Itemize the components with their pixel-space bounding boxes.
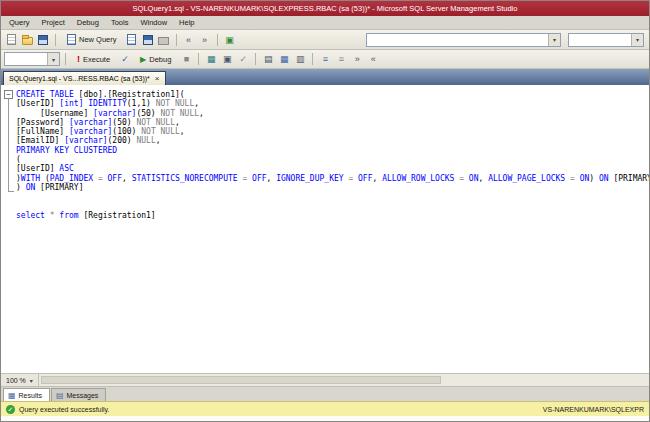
code-line: select * from [Registration1]: [16, 211, 649, 220]
results-to-file-icon[interactable]: ▥: [293, 52, 307, 66]
outlining-margin: −: [1, 85, 16, 373]
undo-icon[interactable]: «: [182, 33, 196, 47]
messages-icon: ▤: [56, 391, 64, 400]
horizontal-scrollbar[interactable]: [39, 374, 649, 386]
floppy-glyph: [143, 35, 153, 45]
document-glyph: [7, 34, 16, 45]
results-tab-strip: ▦ Results ▤ Messages: [1, 386, 649, 401]
intellisense-icon[interactable]: ✓: [236, 52, 250, 66]
menu-window[interactable]: Window: [134, 16, 173, 29]
show-plan-icon[interactable]: ▦: [204, 52, 218, 66]
open-file-icon[interactable]: [20, 33, 34, 47]
results-grid-icon: ▦: [8, 391, 16, 400]
editor-bottom-bar: 100 % ▾: [1, 373, 649, 386]
outline-guide-line: [8, 99, 9, 192]
ssms-window: SQLQuery1.sql - VS-NARENKUMARK\SQLEXPRES…: [0, 0, 650, 422]
activity-monitor-icon[interactable]: ▣: [223, 33, 237, 47]
floppy-glyph: [38, 35, 48, 45]
tab-sqlquery1[interactable]: SQLQuery1.sql - VS...RESS.RBAC (sa (53))…: [3, 71, 166, 85]
execute-bang-icon: !: [77, 54, 80, 64]
toolbar-separator: [55, 34, 56, 46]
scrollbar-thumb[interactable]: [41, 376, 441, 384]
database-combo[interactable]: ▾: [4, 52, 60, 66]
new-query-label: New Query: [79, 35, 117, 44]
indent-icon[interactable]: »: [350, 52, 364, 66]
document-tab-strip: SQLQuery1.sql - VS...RESS.RBAC (sa (53))…: [1, 69, 649, 85]
success-check-icon: ✓: [6, 405, 15, 414]
printer-glyph: [158, 37, 169, 45]
code-line: [UserID] ASC: [16, 164, 649, 173]
toolbar-separator: [176, 34, 177, 46]
debug-label: Debug: [149, 55, 171, 64]
parse-check-icon[interactable]: ✓: [118, 52, 132, 66]
status-server: VS-NARENKUMARK\SQLEXPR: [543, 406, 644, 413]
toolbar-separator: [198, 53, 199, 65]
chevron-down-icon[interactable]: ▾: [631, 34, 643, 46]
title-bar[interactable]: SQLQuery1.sql - VS-NARENKUMARK\SQLEXPRES…: [1, 1, 649, 16]
save-icon[interactable]: [36, 33, 50, 47]
menu-tools[interactable]: Tools: [105, 16, 135, 29]
chevron-down-icon[interactable]: ▾: [548, 34, 560, 46]
code-line: [FullName] [varchar](100) NOT NULL,: [16, 127, 649, 136]
menu-query[interactable]: Query: [3, 16, 35, 29]
chevron-down-icon: ▾: [30, 377, 33, 384]
code-editor[interactable]: − CREATE TABLE [dbo].[Registration1]([Us…: [1, 85, 649, 373]
new-file-icon[interactable]: [4, 33, 18, 47]
code-line: [16, 192, 649, 201]
results-tab-label: Results: [19, 392, 42, 399]
document-glyph: [127, 34, 136, 45]
query-options-icon[interactable]: ▣: [220, 52, 234, 66]
outdent-icon[interactable]: «: [366, 52, 380, 66]
menu-bar: Query Project Debug Tools Window Help: [1, 16, 649, 30]
code-line: [Password] [varchar](50) NOT NULL,: [16, 118, 649, 127]
zoom-control[interactable]: 100 % ▾: [1, 374, 39, 386]
toolbar-separator: [255, 53, 256, 65]
code-line: )WITH (PAD_INDEX = OFF, STATISTICS_NOREC…: [16, 174, 649, 183]
window-bottom-edge: [1, 416, 649, 421]
window-title: SQLQuery1.sql - VS-NARENKUMARK\SQLEXPRES…: [133, 4, 518, 13]
code-line: ) ON [PRIMARY]: [16, 183, 649, 192]
stop-icon[interactable]: ■: [179, 52, 193, 66]
redo-icon[interactable]: »: [198, 33, 212, 47]
chevron-down-icon[interactable]: ▾: [47, 53, 59, 65]
sql-editor-toolbar: ▾ ! Execute ✓ ▶ Debug ■ ▦ ▣ ✓ ▤ ▦ ▥ ≡ ≡ …: [1, 50, 649, 69]
new-query-button[interactable]: New Query: [61, 32, 123, 47]
code-line: [EmailID] [varchar](200) NULL,: [16, 136, 649, 145]
code-line: [Username] [varchar](50) NOT NULL,: [16, 109, 649, 118]
toolbar-separator: [217, 34, 218, 46]
close-icon[interactable]: ×: [155, 75, 160, 83]
results-to-grid-icon[interactable]: ▦: [277, 52, 291, 66]
menu-project[interactable]: Project: [35, 16, 70, 29]
toolbar-separator: [312, 53, 313, 65]
new-query-doc-icon: [67, 34, 76, 45]
print-icon[interactable]: [157, 33, 171, 47]
save-all-icon[interactable]: [141, 33, 155, 47]
tab-results[interactable]: ▦ Results: [3, 388, 50, 401]
code-line: PRIMARY KEY CLUSTERED: [16, 146, 649, 155]
menu-debug[interactable]: Debug: [71, 16, 105, 29]
code-line: [UserID] [int] IDENTITY(1,1) NOT NULL,: [16, 99, 649, 108]
collapse-region-icon[interactable]: −: [4, 90, 13, 99]
debug-button[interactable]: ▶ Debug: [134, 53, 177, 66]
new-database-query-icon[interactable]: [125, 33, 139, 47]
code-line: (: [16, 155, 649, 164]
zoom-level: 100 %: [6, 377, 26, 384]
execute-button[interactable]: ! Execute: [71, 52, 116, 66]
toolbar-separator: [65, 53, 66, 65]
comment-icon[interactable]: ≡: [318, 52, 332, 66]
standard-toolbar: New Query « » ▣ ▾ ▾: [1, 30, 649, 50]
code-line: [16, 202, 649, 211]
doc-tab-label: SQLQuery1.sql - VS...RESS.RBAC (sa (53))…: [9, 75, 150, 82]
code-lines: CREATE TABLE [dbo].[Registration1]([User…: [16, 85, 649, 373]
messages-tab-label: Messages: [66, 392, 98, 399]
code-line: CREATE TABLE [dbo].[Registration1](: [16, 90, 649, 99]
toolbar-combo-1[interactable]: ▾: [366, 33, 561, 47]
execute-label: Execute: [83, 55, 110, 64]
tab-messages[interactable]: ▤ Messages: [51, 388, 106, 401]
uncomment-icon[interactable]: ≡: [334, 52, 348, 66]
results-to-text-icon[interactable]: ▤: [261, 52, 275, 66]
menu-help[interactable]: Help: [173, 16, 200, 29]
folder-glyph: [22, 37, 33, 45]
status-bar: ✓ Query executed successfully. VS-NARENK…: [1, 401, 649, 416]
toolbar-combo-2[interactable]: ▾: [568, 33, 644, 47]
